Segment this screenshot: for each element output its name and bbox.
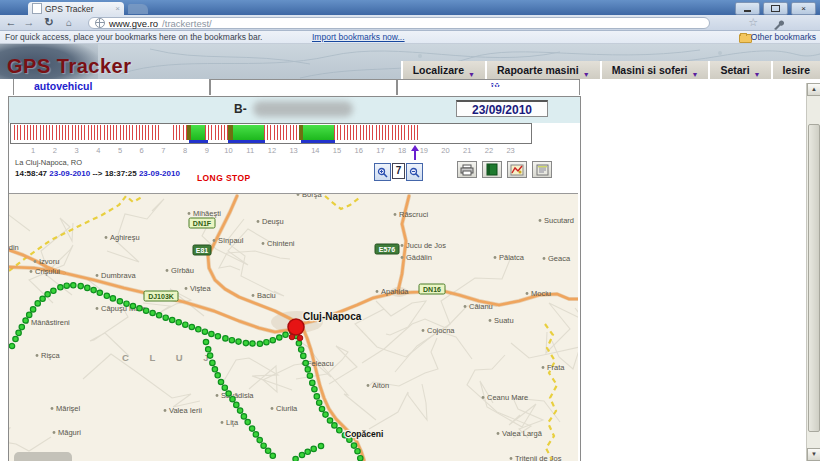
gps-track-dot xyxy=(243,340,248,345)
village-dot xyxy=(105,236,108,239)
gps-track-dot xyxy=(299,452,304,457)
gps-track-dot xyxy=(35,301,40,306)
map-canvas[interactable]: DN1FE81E576DN16DJ103KC L U JMihăeştiDeuş… xyxy=(9,193,578,461)
menu-item-localizare[interactable]: Localizare▼ xyxy=(403,61,485,79)
village-dot xyxy=(526,292,529,295)
window-restore-button[interactable] xyxy=(763,2,788,15)
list-settings-button[interactable] xyxy=(532,161,552,178)
reload-button[interactable]: ↻ xyxy=(41,16,57,29)
menu-item-label: Localizare xyxy=(413,64,464,76)
hour-label: 22 xyxy=(480,146,498,155)
page-favicon xyxy=(32,3,42,14)
back-button[interactable]: ← xyxy=(3,16,19,29)
vehicle-marker[interactable] xyxy=(288,319,304,335)
gps-track-dot xyxy=(270,453,275,458)
zoom-out-button[interactable] xyxy=(406,163,423,181)
browser-tab[interactable]: GPS Tracker × xyxy=(28,2,124,15)
report-book-button[interactable] xyxy=(482,161,502,178)
gps-track-dot xyxy=(257,341,262,346)
gps-track-dot xyxy=(124,301,129,306)
gps-track-dot xyxy=(163,315,168,320)
gps-track-dot xyxy=(85,285,90,290)
map-svg: DN1FE81E576DN16DJ103KC L U JMihăeştiDeuş… xyxy=(9,194,578,461)
hour-label: 17 xyxy=(371,146,389,155)
date-field[interactable]: 23/09/2010 xyxy=(456,100,548,117)
gps-track-dot xyxy=(264,340,269,345)
hour-label: 18 xyxy=(393,146,411,155)
stop-point-dot xyxy=(289,334,295,340)
gps-track-dot xyxy=(299,347,304,352)
gps-track-dot xyxy=(283,332,288,337)
hour-label: 21 xyxy=(458,146,476,155)
gps-track-dot xyxy=(91,287,96,292)
tab-autovehicul[interactable]: autovehicul xyxy=(13,79,210,95)
map-label: Viştea xyxy=(190,284,212,293)
gps-track-dot xyxy=(58,285,63,290)
village-dot xyxy=(401,256,404,259)
hour-label: 9 xyxy=(198,146,216,155)
home-button[interactable]: ⌂ xyxy=(61,16,77,29)
village-dot xyxy=(188,212,191,215)
gps-track-dot xyxy=(97,290,102,295)
print-button[interactable] xyxy=(457,161,477,178)
new-tab-button[interactable] xyxy=(128,4,148,14)
scrollbar-thumb[interactable] xyxy=(808,124,820,432)
road-badge-DN1F: DN1F xyxy=(189,218,215,228)
window-close-button[interactable]: × xyxy=(791,2,816,15)
gps-track-dot xyxy=(305,449,310,454)
tab-third[interactable]: ĵŷ xyxy=(397,79,580,95)
village-dot xyxy=(489,319,492,322)
timeline-segment-green xyxy=(228,125,264,140)
chart-button[interactable] xyxy=(507,161,527,178)
other-bookmarks-button[interactable]: Other bookmarks xyxy=(751,31,816,44)
menu-item-rapoarte-masini[interactable]: Rapoarte masini▼ xyxy=(487,61,600,79)
gps-track-dot xyxy=(222,385,227,390)
map-label: Aghireşu xyxy=(110,233,140,242)
gps-track-dot xyxy=(236,339,241,344)
dropdown-arrow-icon: ▼ xyxy=(691,71,698,78)
import-bookmarks-link[interactable]: Import bookmarks now... xyxy=(312,31,405,44)
interval-end-date: 23-09-2010 xyxy=(139,169,180,178)
menu-item-iesire[interactable]: Iesire xyxy=(773,61,820,79)
gps-track-dot xyxy=(237,408,242,413)
gps-track-dot xyxy=(317,400,322,405)
map-label: Dumbrava xyxy=(101,271,136,280)
svg-text:DJ103K: DJ103K xyxy=(148,293,174,300)
minimize-icon xyxy=(744,5,751,12)
tab-autovehicul-label: autovehicul xyxy=(34,80,92,92)
gps-track-dot xyxy=(23,318,28,323)
village-dot xyxy=(213,239,216,242)
gps-track-dot xyxy=(110,296,115,301)
scroll-down-button[interactable]: ▼ xyxy=(807,448,820,461)
address-bar[interactable]: www.gve.ro/trackertest/ xyxy=(88,17,710,29)
village-dot xyxy=(257,220,260,223)
village-dot xyxy=(34,260,37,263)
forward-button[interactable]: → xyxy=(21,16,37,29)
tab-close-icon[interactable]: × xyxy=(115,4,120,13)
gps-track-dot xyxy=(257,437,262,442)
scroll-up-button[interactable]: ▲ xyxy=(807,83,820,96)
gps-track-dot xyxy=(212,367,217,372)
location-text: La Cluj-Napoca, RO xyxy=(15,158,82,167)
bookmark-star-icon[interactable]: ☆ xyxy=(748,16,758,29)
village-dot xyxy=(497,432,500,435)
village-dot xyxy=(53,431,56,434)
zoom-in-button[interactable] xyxy=(374,163,391,181)
tab-second[interactable] xyxy=(210,79,397,95)
village-dot xyxy=(216,394,219,397)
menu-item-masini-si-soferi[interactable]: Masini si soferi▼ xyxy=(602,61,709,79)
bookmarks-bar: For quick access, place your bookmarks h… xyxy=(0,31,820,44)
zoom-level-value[interactable]: 7 xyxy=(392,163,405,179)
dropdown-arrow-icon: ▼ xyxy=(583,71,590,78)
timeline-segment-blue xyxy=(228,140,265,143)
gps-track-dot xyxy=(150,310,155,315)
timeline-bar[interactable] xyxy=(10,123,532,144)
menu-item-setari[interactable]: Setari▼ xyxy=(710,61,770,79)
road-badge-DJ103K: DJ103K xyxy=(144,291,178,301)
gps-track-dot xyxy=(51,288,56,293)
village-dot xyxy=(542,366,545,369)
tab-title: GPS Tracker xyxy=(45,4,94,14)
menu-item-label: Iesire xyxy=(783,64,810,76)
window-minimize-button[interactable] xyxy=(735,2,760,15)
vertical-scrollbar[interactable]: ▲ ▼ xyxy=(806,83,820,461)
